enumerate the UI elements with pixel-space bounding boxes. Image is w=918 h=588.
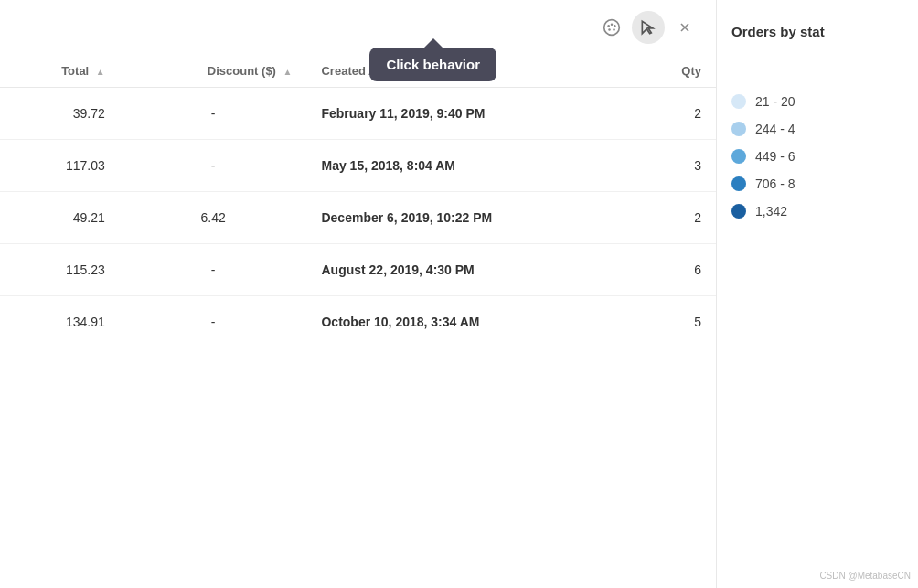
click-behavior-button[interactable] — [632, 11, 665, 44]
table-header-row: Total ▲ Discount ($) ▲ Created At Qty — [0, 55, 716, 88]
col-total[interactable]: Total ▲ — [0, 55, 120, 88]
cell-qty: 2 — [635, 88, 716, 140]
watermark: CSDN @MetabaseCN — [819, 571, 911, 581]
legend-item: 21 - 20 — [731, 94, 903, 109]
table-row: 134.91-October 10, 2018, 3:34 AM5 — [0, 296, 716, 348]
legend-label: 1,342 — [755, 204, 787, 219]
cell-qty: 6 — [635, 244, 716, 296]
legend-item: 1,342 — [731, 204, 903, 219]
legend-item: 706 - 8 — [731, 176, 903, 191]
legend-dot — [731, 122, 746, 136]
cell-created-at: August 22, 2019, 4:30 PM — [306, 244, 635, 296]
toolbar: Click behavior — [0, 0, 716, 55]
cell-created-at: May 15, 2018, 8:04 AM — [306, 140, 635, 192]
table-section: Click behavior Total ▲ Discount ($) ▲ Cr… — [0, 0, 717, 588]
tooltip-label: Click behavior — [386, 57, 480, 72]
cell-discount: - — [120, 88, 307, 140]
sort-icon-total: ▲ — [96, 67, 105, 77]
svg-point-5 — [608, 28, 611, 31]
data-table: Total ▲ Discount ($) ▲ Created At Qty 39… — [0, 55, 716, 347]
legend-dot — [731, 94, 746, 109]
close-button[interactable] — [668, 11, 701, 44]
table-row: 117.03-May 15, 2018, 8:04 AM3 — [0, 140, 716, 192]
cell-qty: 5 — [635, 296, 716, 348]
legend-label: 706 - 8 — [755, 176, 795, 191]
cell-qty: 3 — [635, 140, 716, 192]
cell-total: 49.21 — [0, 192, 120, 244]
legend-dot — [731, 176, 746, 191]
svg-point-2 — [611, 23, 614, 26]
col-qty[interactable]: Qty — [635, 55, 716, 88]
legend-dot — [731, 149, 746, 164]
svg-point-1 — [607, 25, 610, 27]
table-row: 49.216.42December 6, 2019, 10:22 PM2 — [0, 192, 716, 244]
palette-button[interactable] — [595, 11, 628, 44]
chart-legend: 21 - 20244 - 4449 - 6706 - 81,342 — [731, 94, 903, 219]
cell-discount: - — [120, 244, 307, 296]
chart-section: Orders by stat 21 - 20244 - 4449 - 6706 … — [717, 0, 918, 588]
click-behavior-tooltip: Click behavior — [369, 48, 496, 81]
legend-label: 21 - 20 — [755, 94, 795, 109]
legend-dot — [731, 204, 746, 219]
cell-discount: 6.42 — [120, 192, 307, 244]
svg-point-3 — [614, 25, 616, 27]
cell-total: 134.91 — [0, 296, 120, 348]
cell-discount: - — [120, 296, 307, 348]
table-row: 39.72-February 11, 2019, 9:40 PM2 — [0, 88, 716, 140]
cell-total: 39.72 — [0, 88, 120, 140]
col-discount[interactable]: Discount ($) ▲ — [120, 55, 307, 88]
table-row: 115.23-August 22, 2019, 4:30 PM6 — [0, 244, 716, 296]
cell-total: 117.03 — [0, 140, 120, 192]
sort-icon-discount: ▲ — [283, 67, 293, 77]
main-container: Click behavior Total ▲ Discount ($) ▲ Cr… — [0, 0, 918, 588]
legend-label: 449 - 6 — [755, 149, 795, 164]
legend-label: 244 - 4 — [755, 122, 795, 136]
cell-created-at: February 11, 2019, 9:40 PM — [306, 88, 635, 140]
cell-discount: - — [120, 140, 307, 192]
svg-point-0 — [604, 20, 620, 36]
cell-created-at: October 10, 2018, 3:34 AM — [306, 296, 635, 348]
cell-qty: 2 — [635, 192, 716, 244]
svg-point-4 — [613, 28, 615, 31]
cell-total: 115.23 — [0, 244, 120, 296]
legend-item: 449 - 6 — [731, 149, 903, 164]
cell-created-at: December 6, 2019, 10:22 PM — [306, 192, 635, 244]
legend-item: 244 - 4 — [731, 122, 903, 136]
chart-title: Orders by stat — [731, 15, 903, 39]
